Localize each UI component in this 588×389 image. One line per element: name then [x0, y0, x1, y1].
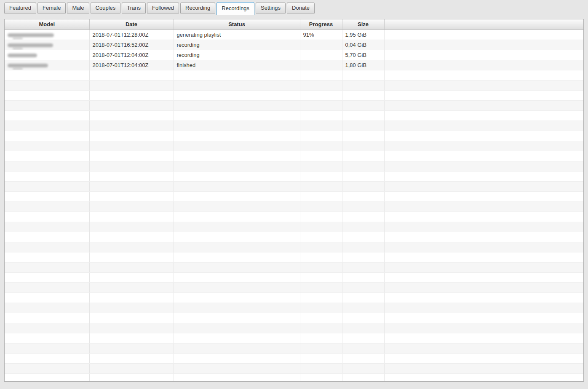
- empty-cell: [5, 373, 89, 382]
- recording-row[interactable]: 2018-07-01T12:04:00Zrecording5,70 GiB: [5, 50, 583, 60]
- empty-cell: [89, 323, 174, 333]
- model-cell: [5, 60, 89, 70]
- empty-cell: [174, 201, 300, 212]
- empty-cell: [174, 161, 300, 171]
- empty-cell: [5, 272, 89, 282]
- empty-cell: [5, 191, 89, 201]
- tab-female[interactable]: Female: [37, 2, 66, 13]
- empty-row: [5, 212, 583, 222]
- empty-row: [5, 80, 583, 90]
- redacted-model-name: [8, 54, 37, 57]
- empty-cell: [300, 262, 342, 272]
- empty-cell: [342, 171, 384, 181]
- tab-recordings[interactable]: Recordings: [216, 2, 254, 15]
- empty-row: [5, 242, 583, 252]
- empty-cell: [89, 232, 174, 242]
- redacted-model-name: [8, 43, 53, 47]
- empty-cell: [174, 333, 300, 343]
- empty-cell: [384, 222, 583, 232]
- column-header-size[interactable]: Size: [342, 19, 384, 30]
- empty-cell: [89, 70, 174, 80]
- tab-donate[interactable]: Donate: [287, 2, 315, 13]
- empty-cell: [342, 222, 384, 232]
- recording-row[interactable]: 2018-07-01T16:52:00Zrecording0,04 GiB: [5, 40, 583, 50]
- column-header-date[interactable]: Date: [89, 19, 174, 30]
- empty-cell: [384, 201, 583, 212]
- empty-row: [5, 131, 583, 141]
- empty-cell: [89, 171, 174, 181]
- redacted-model-name: [8, 33, 54, 37]
- empty-cell: [89, 222, 174, 232]
- empty-cell: [300, 242, 342, 252]
- empty-cell: [342, 232, 384, 242]
- empty-cell: [384, 363, 583, 373]
- empty-cell: [5, 100, 89, 110]
- empty-cell: [89, 191, 174, 201]
- date-cell: 2018-07-01T12:04:00Z: [89, 60, 174, 70]
- empty-cell: [384, 303, 583, 313]
- empty-row: [5, 373, 583, 382]
- empty-row: [5, 201, 583, 212]
- model-cell: [5, 50, 89, 60]
- column-header-status[interactable]: Status: [174, 19, 300, 30]
- empty-cell: [174, 232, 300, 242]
- tab-settings[interactable]: Settings: [256, 2, 286, 13]
- empty-cell: [300, 343, 342, 353]
- tab-couples[interactable]: Couples: [91, 2, 121, 13]
- empty-row: [5, 333, 583, 343]
- empty-row: [5, 343, 583, 353]
- empty-cell: [174, 252, 300, 262]
- empty-cell: [384, 110, 583, 121]
- spacer-cell: [384, 50, 583, 60]
- empty-cell: [89, 353, 174, 363]
- empty-cell: [300, 141, 342, 151]
- empty-cell: [384, 70, 583, 80]
- column-header-model[interactable]: Model: [5, 19, 89, 30]
- empty-cell: [174, 313, 300, 323]
- tab-featured[interactable]: Featured: [4, 2, 36, 13]
- date-cell: 2018-07-01T12:28:00Z: [89, 30, 174, 40]
- tab-followed[interactable]: Followed: [147, 2, 179, 13]
- empty-cell: [5, 303, 89, 313]
- column-header-progress[interactable]: Progress: [300, 19, 342, 30]
- empty-cell: [174, 373, 300, 382]
- progress-cell: [300, 50, 342, 60]
- empty-cell: [342, 191, 384, 201]
- empty-cell: [89, 80, 174, 90]
- tab-trans[interactable]: Trans: [122, 2, 146, 13]
- empty-cell: [89, 252, 174, 262]
- empty-cell: [300, 363, 342, 373]
- empty-cell: [384, 292, 583, 303]
- empty-cell: [174, 262, 300, 272]
- empty-cell: [300, 353, 342, 363]
- recording-row[interactable]: 2018-07-01T12:28:00Zgenerating playlist9…: [5, 30, 583, 40]
- empty-cell: [300, 191, 342, 201]
- empty-cell: [300, 110, 342, 121]
- progress-cell: [300, 60, 342, 70]
- tab-recording[interactable]: Recording: [180, 2, 215, 13]
- empty-cell: [174, 80, 300, 90]
- empty-cell: [89, 201, 174, 212]
- empty-cell: [342, 212, 384, 222]
- empty-cell: [174, 282, 300, 292]
- progress-cell: [300, 40, 342, 50]
- size-cell: 5,70 GiB: [342, 50, 384, 60]
- tab-male[interactable]: Male: [67, 2, 89, 13]
- empty-cell: [342, 242, 384, 252]
- empty-cell: [5, 90, 89, 100]
- app-window: FeaturedFemaleMaleCouplesTransFollowedRe…: [0, 0, 588, 382]
- empty-cell: [342, 363, 384, 373]
- empty-cell: [5, 121, 89, 131]
- empty-cell: [384, 161, 583, 171]
- empty-cell: [89, 363, 174, 373]
- empty-cell: [300, 272, 342, 282]
- empty-cell: [300, 282, 342, 292]
- empty-cell: [384, 80, 583, 90]
- empty-row: [5, 272, 583, 282]
- empty-cell: [300, 303, 342, 313]
- empty-row: [5, 121, 583, 131]
- recording-row[interactable]: 2018-07-01T12:04:00Zfinished1,80 GiB: [5, 60, 583, 70]
- empty-cell: [384, 151, 583, 161]
- empty-cell: [5, 232, 89, 242]
- empty-cell: [174, 141, 300, 151]
